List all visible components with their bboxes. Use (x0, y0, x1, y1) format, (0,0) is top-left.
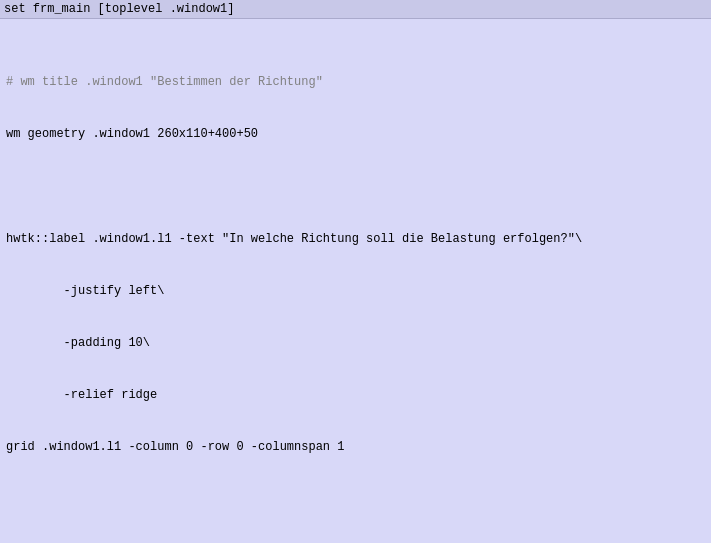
line-justify: -justify left\ (6, 283, 705, 300)
line-empty-2 (6, 492, 705, 509)
line-grid-l1: grid .window1.l1 -column 0 -row 0 -colum… (6, 439, 705, 456)
line-comment-1: # wm title .window1 "Bestimmen der Richt… (6, 74, 705, 91)
top-bar-text: set frm_main [toplevel .window1] (4, 2, 234, 16)
line-empty-1 (6, 179, 705, 196)
line-padding: -padding 10\ (6, 335, 705, 352)
line-relief: -relief ridge (6, 387, 705, 404)
line-wm-geometry: wm geometry .window1 260x110+400+50 (6, 126, 705, 143)
code-section-top[interactable]: # wm title .window1 "Bestimmen der Richt… (0, 19, 711, 543)
editor-container: set frm_main [toplevel .window1] # wm ti… (0, 0, 711, 543)
line-label-1: hwtk::label .window1.l1 -text "In welche… (6, 231, 705, 248)
top-bar: set frm_main [toplevel .window1] (0, 0, 711, 19)
